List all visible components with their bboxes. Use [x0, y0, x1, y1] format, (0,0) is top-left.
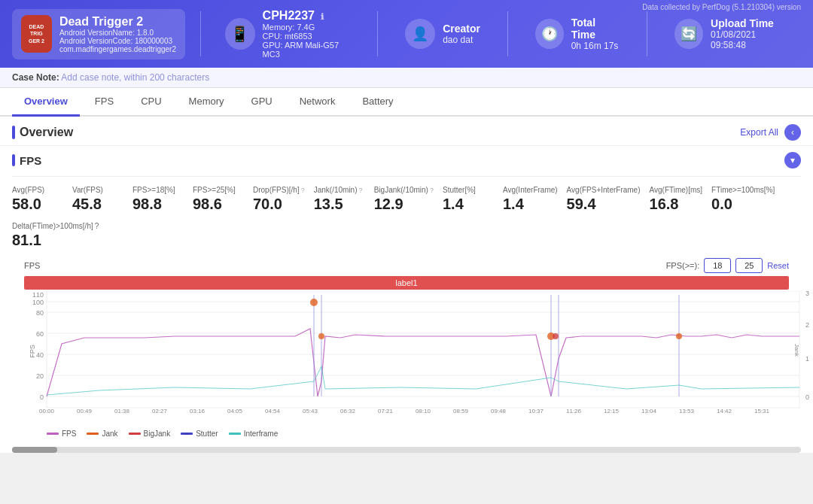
svg-text:2: 2: [805, 321, 809, 329]
creator-stat: 👤 Creator dao dat: [393, 19, 492, 49]
creator-info: Creator dao dat: [443, 23, 480, 45]
fps-section: FPS ▾ Avg(FPS) 58.0 Var(FPS) 45.8 FPS>=1…: [0, 146, 813, 444]
fps-18-input[interactable]: [704, 258, 731, 273]
legend-stutter: Stutter: [181, 430, 218, 438]
svg-text:08:10: 08:10: [416, 408, 431, 414]
divider-2: [377, 11, 378, 56]
case-note-label: Case Note:: [12, 72, 59, 83]
bigjank-legend-dot: [129, 433, 141, 435]
total-time-stat: 🕐 Total Time 0h 16m 17s: [523, 17, 632, 51]
tab-gpu[interactable]: GPU: [239, 88, 285, 117]
svg-text:12:15: 12:15: [604, 408, 620, 414]
stutter-legend-dot: [181, 433, 193, 435]
upload-time-label: Upload Time: [711, 17, 789, 29]
upload-time-stat: 🔄 Upload Time 01/08/2021 09:58:48: [662, 17, 801, 50]
device-id: CPH2237 ℹ: [263, 9, 354, 23]
stutter-legend-label: Stutter: [196, 430, 218, 438]
tab-overview[interactable]: Overview: [12, 88, 80, 117]
fps-section-header: FPS ▾: [12, 152, 801, 169]
stat-avg-fps: Avg(FPS) 58.0: [12, 183, 72, 219]
svg-point-26: [553, 333, 559, 339]
fps-legend-dot: [47, 433, 59, 435]
svg-point-21: [310, 299, 318, 306]
tab-cpu[interactable]: CPU: [129, 88, 173, 117]
svg-text:09:48: 09:48: [491, 408, 507, 414]
drop-fps-help[interactable]: ?: [301, 187, 305, 194]
stat-avg-ftime: Avg(FTime)[ms] 16.8: [650, 183, 712, 219]
svg-text:40: 40: [36, 351, 44, 359]
app-icon: DEADTRIGGER 2: [21, 15, 52, 53]
fps-chart-svg: 0 20 40 60 80 100 110 0 1 2 3 Jank: [24, 291, 813, 423]
svg-text:04:05: 04:05: [227, 408, 243, 414]
fps-filter-label: FPS(>=):: [666, 261, 700, 270]
upload-time-icon: 🔄: [674, 19, 703, 49]
total-time-icon: 🕐: [535, 19, 564, 49]
chart-fps-label: FPS: [24, 261, 40, 270]
app-card: DEADTRIGGER 2 Dead Trigger 2 Android Ver…: [12, 9, 185, 59]
stat-avg-interframe: Avg(InterFrame) 1.4: [503, 183, 567, 219]
bigjank-help[interactable]: ?: [430, 187, 434, 194]
device-info-icon[interactable]: ℹ: [321, 12, 324, 21]
svg-text:110: 110: [32, 291, 44, 299]
svg-text:13:53: 13:53: [679, 408, 695, 414]
fps-filter: FPS(>=): Reset: [666, 258, 789, 273]
svg-rect-0: [47, 291, 799, 408]
divider-4: [647, 11, 647, 56]
overview-title: Overview: [12, 126, 73, 139]
svg-text:02:27: 02:27: [152, 408, 168, 414]
divider-1: [200, 11, 201, 56]
creator-label: Creator: [443, 23, 480, 35]
tab-network[interactable]: Network: [288, 88, 348, 117]
svg-text:04:54: 04:54: [265, 408, 281, 414]
tab-fps[interactable]: FPS: [83, 88, 126, 117]
divider-3: [507, 11, 508, 56]
upload-time-value: 01/08/2021 09:58:48: [711, 29, 789, 50]
legend-fps: FPS: [47, 430, 76, 438]
stat-fps-25: FPS>=25[%] 98.6: [193, 183, 253, 219]
delta-value: 81.1: [12, 232, 801, 249]
label1-bar: label1: [24, 276, 789, 290]
legend-bigjank: BigJank: [129, 430, 171, 438]
tab-bar: Overview FPS CPU Memory GPU Network Batt…: [0, 88, 813, 117]
creator-icon: 👤: [405, 19, 435, 49]
delta-stat: Delta(FTime)>100ms[/h] ? 81.1: [12, 219, 801, 255]
svg-text:60: 60: [36, 330, 44, 338]
svg-text:0: 0: [805, 393, 809, 401]
svg-text:20: 20: [36, 372, 44, 380]
device-memory: Memory: 7.4G: [263, 23, 354, 32]
perf-note: Data collected by PerfDog (5.1.210304) v…: [642, 3, 801, 11]
stat-bigjank: BigJank(/10min) ? 12.9: [374, 183, 443, 219]
export-all-button[interactable]: Export All: [740, 127, 778, 138]
svg-text:14:42: 14:42: [717, 408, 732, 414]
fps-collapse-button[interactable]: ▾: [784, 152, 801, 169]
fps-legend-label: FPS: [62, 430, 76, 438]
svg-text:03:16: 03:16: [190, 408, 206, 414]
stat-jank: Jank(/10min) ? 13.5: [314, 183, 374, 219]
tab-battery[interactable]: Battery: [350, 88, 405, 117]
jank-legend-label: Jank: [102, 430, 117, 438]
svg-point-28: [676, 333, 682, 339]
app-info: Dead Trigger 2 Android VersionName: 1.8.…: [59, 15, 176, 53]
device-info: CPH2237 ℹ Memory: 7.4G CPU: mt6853 GPU: …: [263, 9, 354, 59]
horizontal-scrollbar[interactable]: [12, 447, 801, 453]
overview-collapse-button[interactable]: ‹: [784, 124, 801, 141]
device-card: 📱 CPH2237 ℹ Memory: 7.4G CPU: mt6853 GPU…: [216, 9, 362, 59]
jank-help[interactable]: ?: [359, 187, 363, 194]
case-note-placeholder[interactable]: Add case note, within 200 characters: [61, 72, 209, 83]
tab-memory[interactable]: Memory: [177, 88, 236, 117]
scrollbar-thumb[interactable]: [12, 447, 57, 453]
upload-time-info: Upload Time 01/08/2021 09:58:48: [711, 17, 789, 50]
android-version-code: Android VersionCode: 180000003: [59, 37, 176, 45]
stat-ftime-100: FTime>=100ms[%] 0.0: [711, 183, 784, 219]
svg-text:3: 3: [805, 291, 809, 297]
fps-25-input[interactable]: [735, 258, 763, 273]
app-name: Dead Trigger 2: [59, 15, 176, 29]
fps-chart[interactable]: 0 20 40 60 80 100 110 0 1 2 3 Jank: [24, 291, 789, 425]
app-package: com.madfingergames.deadtrigger2: [59, 45, 176, 53]
reset-button[interactable]: Reset: [767, 261, 789, 270]
fps-chart-container: FPS FPS(>=): Reset label1: [12, 255, 801, 438]
delta-help[interactable]: ?: [95, 222, 99, 230]
chart-legend: FPS Jank BigJank Stutter Interframe: [24, 425, 789, 438]
fps-title: FPS: [12, 154, 41, 167]
svg-text:11:26: 11:26: [566, 408, 582, 414]
